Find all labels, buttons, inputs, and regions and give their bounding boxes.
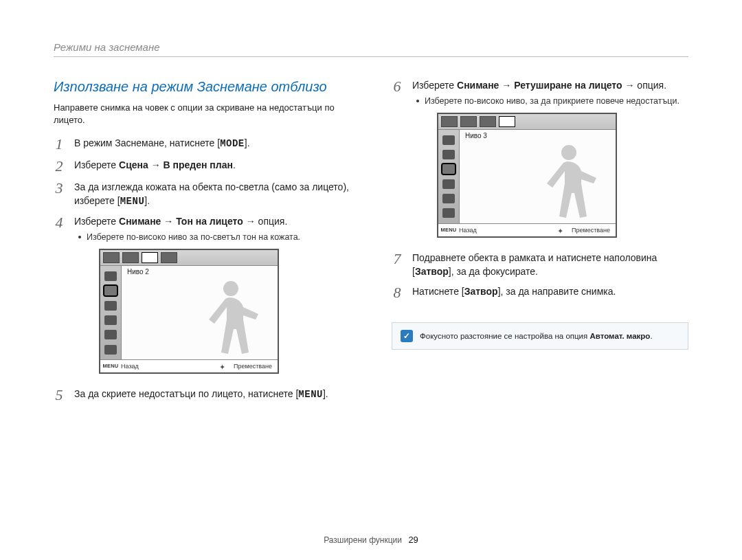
- lcd-icon: [104, 301, 117, 311]
- move-arrows-icon: [557, 226, 570, 234]
- exposure-icon: [161, 252, 177, 263]
- lcd-side-icons: [100, 266, 122, 359]
- lcd-back-label: Назад: [121, 362, 139, 371]
- step-number: 8: [392, 285, 403, 300]
- step-number: 4: [54, 215, 65, 381]
- menu-tag-icon: MENU: [100, 363, 121, 370]
- left-steps: 1 В режим Заснемане, натиснете [MODE]. 2…: [54, 137, 350, 403]
- lcd-icon: [442, 194, 455, 203]
- exposure-icon-selected: [142, 252, 158, 263]
- page-title: Използване на режим Заснемане отблизо: [54, 79, 350, 95]
- lcd-main: Ниво 2: [122, 266, 278, 359]
- step-3: 3 За да изглежда кожата на обекта по-све…: [54, 181, 350, 208]
- footer: Разширени функции 29: [0, 535, 742, 545]
- lcd-back-label: Назад: [459, 226, 477, 235]
- step-1: 1 В режим Заснемане, натиснете [MODE].: [54, 137, 350, 152]
- exposure-icon: [441, 116, 458, 127]
- section-header: Режими на заснемане: [54, 41, 160, 53]
- step-number: 6: [392, 79, 403, 245]
- lcd-icon: [442, 208, 455, 218]
- lcd-main: Ниво 3: [460, 130, 616, 223]
- page-number: 29: [408, 535, 418, 545]
- intro-text: Направете снимка на човек с опции за скр…: [54, 102, 350, 126]
- header-rule: [54, 56, 688, 57]
- columns: Използване на режим Заснемане отблизо На…: [54, 79, 688, 410]
- step-number: 7: [392, 251, 403, 278]
- step-number: 5: [54, 388, 65, 403]
- lcd-icon-selected: [104, 286, 117, 295]
- step-4-bullet: Изберете по-високо ниво за по-светъл тон…: [74, 232, 350, 244]
- lcd-icon: [442, 179, 455, 189]
- right-column: 6 Изберете Снимане → Ретуширане на лицет…: [392, 79, 688, 410]
- step-8: 8 Натиснете [Затвор], за да направите сн…: [392, 285, 688, 300]
- step-5: 5 За да скриете недостатъци по лицето, н…: [54, 388, 350, 403]
- menu-label: MENU: [120, 196, 145, 207]
- step-4: 4 Изберете Снимане → Тон на лицето → опц…: [54, 215, 350, 381]
- mode-label: MODE: [220, 138, 245, 149]
- step-6: 6 Изберете Снимане → Ретуширане на лицет…: [392, 79, 688, 245]
- right-steps: 6 Изберете Снимане → Ретуширане на лицет…: [392, 79, 688, 300]
- info-icon: ✓: [401, 330, 413, 342]
- menu-tag-icon: MENU: [438, 227, 459, 234]
- info-note: ✓ Фокусното разстояние се настройва на о…: [392, 322, 688, 350]
- lcd-side-icons: [438, 130, 460, 223]
- lcd-icon: [104, 330, 117, 339]
- exposure-icon-selected: [499, 116, 515, 127]
- move-arrows-icon: [219, 362, 232, 370]
- footer-text: Разширени функции: [324, 535, 402, 545]
- left-column: Използване на режим Заснемане отблизо На…: [54, 79, 350, 410]
- camera-lcd-left: Ниво 2 MENU Назад: [99, 249, 279, 374]
- lcd-move-label: Преместване: [234, 362, 278, 371]
- silhouette-icon: [537, 141, 603, 223]
- exposure-icon: [122, 252, 139, 263]
- lcd-icon: [104, 345, 117, 355]
- lcd-body: Ниво 3: [438, 130, 616, 223]
- menu-label: MENU: [298, 389, 323, 400]
- shutter-label: Затвор: [464, 286, 498, 297]
- exposure-icon: [460, 116, 477, 127]
- note-text: Фокусното разстояние се настройва на опц…: [420, 332, 653, 340]
- step-number: 1: [54, 137, 65, 152]
- lcd-bottom-bar: MENU Назад Преместване: [438, 223, 616, 236]
- lcd-level-text: Ниво 2: [127, 267, 149, 277]
- step-2: 2 Изберете Сцена → В преден план.: [54, 159, 350, 174]
- shutter-label: Затвор: [415, 266, 449, 277]
- step-number: 3: [54, 181, 65, 208]
- step-number: 2: [54, 159, 65, 174]
- lcd-icon: [104, 271, 117, 281]
- lcd-top-bar: [438, 114, 616, 130]
- lcd-icon: [442, 150, 455, 159]
- exposure-icon: [480, 116, 496, 127]
- step-7: 7 Подравнете обекта в рамката и натиснет…: [392, 251, 688, 278]
- lcd-icon: [104, 315, 117, 325]
- lcd-level-text: Ниво 3: [465, 131, 487, 141]
- silhouette-icon: [199, 277, 265, 359]
- step-6-bullet: Изберете по-високо ниво, за да прикриете…: [412, 96, 688, 108]
- lcd-icon: [442, 135, 455, 145]
- lcd-top-bar: [100, 250, 278, 266]
- lcd-bottom-bar: MENU Назад Преместване: [100, 359, 278, 372]
- page: Режими на заснемане Използване на режим …: [0, 0, 742, 560]
- camera-lcd-right: Ниво 3 MENU Назад: [437, 113, 617, 238]
- lcd-icon-selected: [442, 164, 455, 174]
- exposure-icon: [103, 252, 120, 263]
- lcd-move-label: Преместване: [572, 226, 616, 235]
- lcd-body: Ниво 2: [100, 266, 278, 359]
